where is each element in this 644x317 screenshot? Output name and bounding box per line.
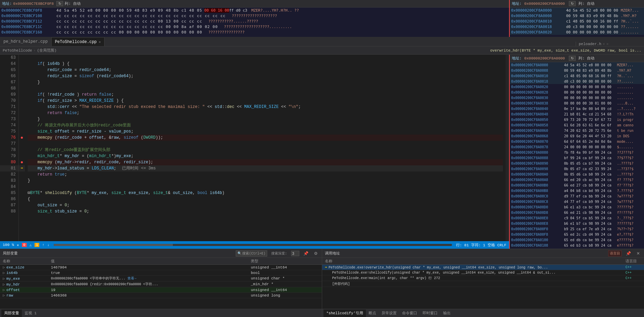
warning-count: 1 (35, 243, 40, 247)
right-hex-detail-toolbar: 地址: 0x00000200CF8A0000 ↻ 列: 自动 (510, 55, 644, 62)
code-line-69: if( !redir_code ) return false; (28, 92, 503, 98)
code-line-75: size_t offset = redir_size - value_pos; (28, 128, 503, 135)
hex-highlight-0: 00 60 16 00 (204, 8, 229, 13)
editor-scrollbar[interactable] (506, 55, 509, 241)
tab-petoshellcode[interactable]: PeToShellcode.cpp ✕ (52, 37, 105, 46)
rhd-row-23: 0x00000200CF8A00B8 a4 04 b8 ca bd 99 24 … (510, 188, 644, 193)
local-var-offset: ▷offset 19 unsigned __int64 (0, 287, 322, 293)
cs-col-lang: 语言目 (623, 258, 644, 265)
rhd-row-13: 0x00000200CF8A0068 20 69 6e 20 44 4f 53 … (510, 133, 644, 139)
code-line-72: return false; (28, 110, 503, 116)
callstack-bottom-tabs: *shellcodify'引用 断点 异常设置 命令窗口 即时窗口 输出 (322, 309, 644, 317)
left-hex-addr-label: 地址: (2, 1, 12, 6)
code-line-67: } (28, 79, 503, 85)
rhd-row-7: 0x00000200CF8A0038 00 00 00 00 30 01 00 … (510, 100, 644, 106)
code-line-85: ⊟BYTE* shellcodify (BYTE* my_exe, size_t… (28, 190, 503, 196)
local-var-exe-size: ▷exe_size 1467904 unsigned __int64 (0, 265, 322, 270)
code-line-76: memcpy (redir_code + offset, &raw, sizeo… (28, 135, 503, 141)
code-line-71: std::cerr << "The selected redir stub ex… (28, 104, 503, 110)
tab-command-window[interactable]: 命令窗口 (399, 309, 420, 317)
editor-tab-bar: pe_hdrs_helper.cpp PeToShellcode.cpp ✕ p… (0, 37, 644, 46)
right-hex-rows-top: 0x00000200CF8A0000 4d 5a 45 52 e8 00 00 … (510, 8, 644, 37)
callstack-close-btn[interactable]: ✕ (635, 250, 641, 257)
rhd-row-15: 0x00000200CF8A0078 24 00 00 00 00 00 00 … (510, 144, 644, 150)
rhd-row-21: 0x00000200CF8A00A8 66 ed 20 cb ac 99 24 … (510, 177, 644, 182)
locals-search-box[interactable]: 🔍 搜索(Ctrl+E) (236, 250, 267, 257)
rhd-row-26: 0x00000200CF8A00D0 b6 e1 a3 ca bc 99 24 … (510, 204, 644, 210)
left-hex-addr-value: 0x000000C7E8BCF0F8 (13, 2, 54, 6)
rhd-row-29: 0x00000200CF8A00E8 b6 e1 b7 ca 98 99 24 … (510, 221, 644, 226)
tab-shellcodify-ref[interactable]: *shellcodify'引用 (324, 309, 366, 317)
rhd-row-18: 0x00000200CF8A0090 0b 05 d5 ca b7 99 24 … (510, 161, 644, 166)
code-line-79: min_hdr_t* my_hdr = (min_hdr_t*)my_exe; (28, 153, 503, 159)
local-var-raw: ▷raw 1466368 unsigned long (0, 293, 322, 298)
rhd-row-16: 0x00000200CF8A0080 fb f8 4a 99 bf 99 24 … (510, 150, 644, 155)
locals-panel-header: 局部变量 🔍 搜索(Ctrl+E) 搜索深度: 📌 ⚙ (0, 249, 322, 258)
col-name: 名称 (0, 258, 48, 265)
left-hex-rows: 0x000000C7E8BCF0F8 4d 5a 45 52 e8 00 00 … (0, 8, 509, 37)
hex-row-2: 0x000000C7E8BCF112 cc cc cc cc cc cc cc … (0, 18, 509, 24)
rhd-row-30: 0x00000200CF8A00F0 b9 25 ca ef 7e a9 24 … (510, 226, 644, 232)
rhd-row-2: 0x00000200CF8A0010 c1 48 05 00 60 16 00 … (510, 73, 644, 79)
tab-close-btn[interactable]: ✕ (99, 40, 101, 44)
right-hex-row-3: 0x00000200CF8A0018 d0 c3 00 00 00 00 00 … (510, 24, 644, 29)
hex-row-4: 0x000000C7E8BCF160 cc cc cc cc cc cc cc … (0, 29, 509, 35)
code-line-78: // 将redir_code覆盖到扩展空间头部 (28, 147, 503, 153)
rhd-row-28: 0x00000200CF8A00E0 c9 04 5f ca b5 99 24 … (510, 215, 644, 221)
rhd-row-25: 0x00000200CF8A00C8 d4 77 ef ca b9 99 24 … (510, 199, 644, 204)
zoom-level: 100 % (3, 243, 14, 247)
callstack-content: 名称 语言目 ➡PeToShellcode.exe!overwrite_hdr(… (322, 258, 644, 309)
rhd-row-1: 0x00000200CF8A0008 00 59 48 83 e9 09 48 … (510, 68, 644, 73)
code-line-65: redir_code = redir_code64; (28, 67, 503, 73)
rhd-row-19: 0x00000200CF8A0098 0b 05 d7 ca d2 33 99 … (510, 166, 644, 171)
rhd-row-17: 0x00000200CF8A0088 bf 99 24 ca bf 99 24 … (510, 155, 644, 161)
search-depth-input[interactable] (291, 251, 299, 256)
rhd-row-33: 0x00000200CF8A0108 65 ed b3 ca b8 99 24 … (510, 243, 644, 248)
callstack-title: 调用地址 (325, 251, 340, 256)
tab-watch1[interactable]: 监视 1 (22, 309, 39, 317)
tab-exception-settings[interactable]: 异常设置 (379, 309, 399, 317)
cs-row-3: [外部代码] (322, 281, 644, 287)
locals-pin-btn[interactable]: 📌 (302, 250, 310, 257)
cs-row-1: PeToShellcode.exe!shellcodify(unsigned c… (322, 270, 644, 275)
code-line-88: size_t stub_size = 0; (28, 208, 503, 215)
rhd-row-31: 0x00000200CF8A00F8 65 ed 2c cb d4 99 24 … (510, 232, 644, 237)
rhd-row-32: 0x00000200CF8A0100 65 ed db ca be 99 24 … (510, 237, 644, 243)
rhd-row-12: 0x00000200CF8A0060 74 20 62 65 20 72 75 … (510, 128, 644, 133)
tab-locals[interactable]: 局部变量 (1, 309, 22, 317)
rhd-row-5: 0x00000200CF8A0028 00 00 00 00 00 00 00 … (510, 89, 644, 95)
right-hex-refresh-btn-top[interactable]: ↻ (569, 1, 576, 6)
code-line-87: out_size = 0; (28, 202, 503, 208)
tab-output[interactable]: 输出 (440, 309, 453, 317)
breadcrumb-scope: PeToShellcode (3, 49, 32, 53)
peloader-tab[interactable]: peloader.h ✕ ✕ (576, 42, 644, 46)
breakpoint-76: ● (19, 135, 25, 141)
code-line-74: // 将源文件内存展开后大小放到redir_code里面 (28, 122, 503, 128)
local-var-my-exe: ▷my_exe 0x00000200cf8a0000 <字符串中的字符无... … (0, 276, 322, 281)
rhd-row-8: 0x00000200CF8A0040 0e 1f ba 0e 00 b4 09 … (510, 106, 644, 111)
callstack-panel-header: 调用地址 语言目 📌 ✕ (322, 249, 644, 258)
tab-pe-hdrs[interactable]: pe_hdrs_helper.cpp (0, 37, 52, 46)
rhd-row-20: 0x00000200CF8A00A0 0b 05 d6 ca b0 99 24 … (510, 171, 644, 177)
tab-immediate[interactable]: 即时窗口 (420, 309, 440, 317)
local-var-is64b: ▷is64b true bool (0, 270, 322, 276)
left-hex-refresh-btn[interactable]: ↻ (56, 1, 63, 6)
rhd-row-0: 0x00000200CF8A0000 4d 5a 45 52 e8 00 00 … (510, 62, 644, 68)
code-line-63 (28, 55, 503, 61)
code-line-73: } (28, 116, 503, 122)
breadcrumb-bar: PeToShellcode › (全局范围) overwrite_hdr(BYT… (0, 46, 644, 55)
rhd-row-22: 0x00000200CF8A00B0 66 ed 27 cb b8 99 24 … (510, 182, 644, 188)
locals-settings-btn[interactable]: ⚙ (313, 250, 319, 257)
code-line-77 (28, 141, 503, 147)
status-bar: 100 % ✕ 0 ⚠ 1 ↑ ↓ 行: 81 字符: 1 空格 CRLF (0, 241, 509, 249)
error-count: 0 (22, 243, 27, 247)
code-line-80: memcpy (my_hdr->redir, redir_code, redir… (28, 159, 503, 165)
left-hex-toolbar: 地址: 0x000000C7E8BCF0F8 ↻ 列: 自动 (0, 0, 509, 8)
right-hex-refresh-btn[interactable]: ↻ (569, 56, 576, 61)
right-hex-detail-rows: 0x00000200CF8A0000 4d 5a 45 52 e8 00 00 … (510, 62, 644, 249)
line-numbers-col: 63 64 65 66 67 68 69 70 71 72 73 74 75 7… (0, 55, 19, 241)
callstack-pin-btn[interactable]: 📌 (625, 250, 632, 257)
code-line-83: } (28, 178, 503, 184)
tab-breakpoints[interactable]: 断点 (366, 309, 379, 317)
rhd-row-4: 0x00000200CF8A0020 00 00 00 00 00 00 00 … (510, 84, 644, 89)
